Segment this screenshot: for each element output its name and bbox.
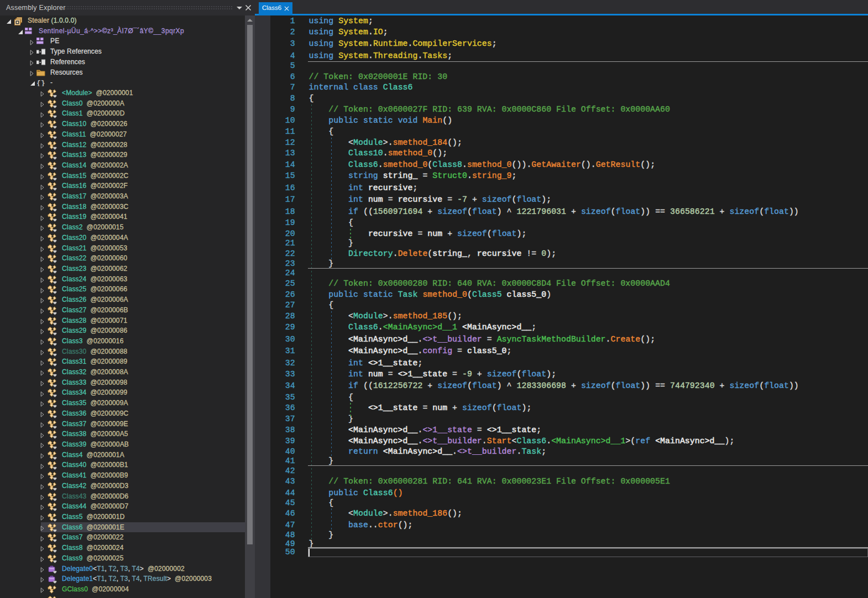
- svg-text:{}: {}: [36, 79, 45, 87]
